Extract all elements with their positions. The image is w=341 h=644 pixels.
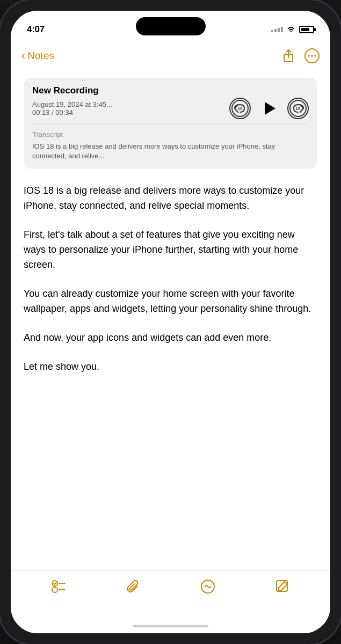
phone-screen: 4:07 xyxy=(11,11,330,633)
play-button[interactable] xyxy=(258,98,280,119)
note-paragraph-2: First, let's talk about a set of feature… xyxy=(24,228,317,273)
chevron-left-icon: ‹ xyxy=(21,50,25,62)
content-area[interactable]: New Recording August 19, 2024 at 3:45...… xyxy=(11,71,330,570)
status-icons xyxy=(271,26,314,33)
transcript-label: Transcript xyxy=(32,130,309,138)
svg-point-9 xyxy=(52,581,57,586)
home-indicator xyxy=(11,618,330,633)
rewind-button[interactable]: 15 xyxy=(229,98,251,119)
svg-point-4 xyxy=(314,55,316,57)
recording-meta: August 19, 2024 at 3:45... 00:13 / 00:34 xyxy=(32,100,112,116)
recording-duration: 00:13 / 00:34 xyxy=(32,108,112,116)
bottom-toolbar xyxy=(11,570,330,618)
dynamic-island xyxy=(136,17,206,35)
note-paragraph-1: IOS 18 is a big release and delivers mor… xyxy=(24,184,317,214)
attachment-button[interactable] xyxy=(126,579,141,594)
back-button[interactable]: ‹ Notes xyxy=(21,50,54,62)
recording-date: August 19, 2024 at 3:45... xyxy=(32,100,112,108)
compose-icon xyxy=(275,579,290,594)
play-icon xyxy=(265,102,275,115)
recording-title: New Recording xyxy=(32,85,309,96)
recording-divider xyxy=(32,125,309,125)
phone-frame: 4:07 xyxy=(0,0,341,644)
svg-point-2 xyxy=(308,55,310,57)
svg-text:15: 15 xyxy=(296,106,301,111)
attachment-icon xyxy=(126,579,141,594)
checklist-button[interactable] xyxy=(51,579,66,594)
markup-button[interactable] xyxy=(200,579,215,594)
markup-icon xyxy=(200,579,215,594)
status-time: 4:07 xyxy=(27,24,45,35)
svg-point-3 xyxy=(311,55,313,57)
status-bar: 4:07 xyxy=(11,11,330,40)
note-paragraph-3: You can already customize your home scre… xyxy=(24,287,317,317)
note-paragraph-5: Let me show you. xyxy=(24,360,317,375)
svg-point-10 xyxy=(52,587,57,592)
home-bar xyxy=(133,625,208,627)
nav-actions xyxy=(282,48,320,63)
compose-button[interactable] xyxy=(275,579,290,594)
battery-icon xyxy=(299,26,314,33)
recording-meta-row: August 19, 2024 at 3:45... 00:13 / 00:34… xyxy=(32,98,309,119)
svg-text:15: 15 xyxy=(238,106,243,111)
more-button[interactable] xyxy=(304,48,320,63)
wifi-icon xyxy=(286,26,296,33)
note-paragraph-4: And now, your app icons and widgets can … xyxy=(24,331,317,346)
signal-icon xyxy=(271,27,283,32)
share-button[interactable] xyxy=(282,49,295,63)
nav-bar: ‹ Notes xyxy=(11,40,330,71)
transcript-preview: IOS 18 is a big release and delivers mor… xyxy=(32,142,309,161)
recording-card: New Recording August 19, 2024 at 3:45...… xyxy=(24,78,317,169)
recording-controls: 15 15 xyxy=(229,98,309,119)
checklist-icon xyxy=(51,579,66,594)
forward-button[interactable]: 15 xyxy=(287,98,309,119)
back-label: Notes xyxy=(27,50,54,62)
